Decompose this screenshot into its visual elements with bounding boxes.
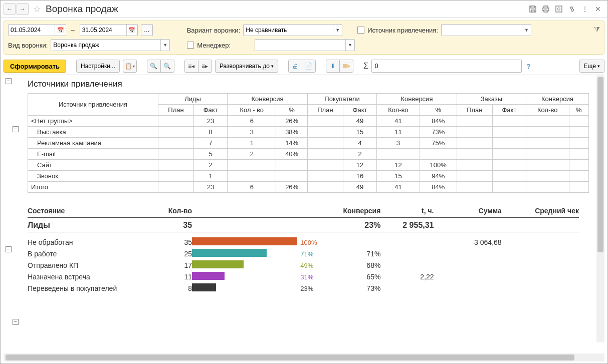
funnel-row[interactable]: Отправлено КП1749%68% [28,259,579,271]
preview-button-icon[interactable]: 📄 [302,60,316,73]
table-total-row: Итого23626%494184% [28,182,589,193]
save-icon[interactable] [528,4,538,14]
print-icon[interactable] [541,4,551,14]
send-email-icon[interactable]: ✉▾ [339,60,353,73]
generate-button[interactable]: Сформировать [4,60,66,73]
collapse-icon[interactable]: ≡◂ [184,60,198,73]
preview-icon[interactable] [554,4,564,14]
table-row[interactable]: Рекламная кампания7114%4375% [28,138,589,149]
sources-table: Источник привлечения Лиды Конверсия Поку… [28,93,589,193]
source-label: Источник привлечения: [367,27,438,34]
period-picker-button[interactable]: … [141,24,153,36]
variant-label: Вариант воронки: [187,27,241,34]
funnel-row[interactable]: Переведены в покупателей823%73% [28,282,579,294]
svg-point-1 [558,8,560,10]
filter-panel: ⧩ 📅 – 📅 … Вариант воронки: ▼ Источник пр… [4,21,604,55]
table-row[interactable]: Сайт21212100% [28,160,589,171]
manager-select[interactable]: ▼ [255,39,355,51]
variants-icon[interactable]: 📋▾ [123,60,137,73]
funnel-icon[interactable]: ⧩ [594,25,600,34]
table-row[interactable]: E-mail5240%2 [28,149,589,160]
tree-toggle[interactable]: − [6,246,12,252]
funnel-row[interactable]: В работе2571%71% [28,248,579,259]
more-icon[interactable]: ⋮ [580,4,590,14]
date-dash: – [71,27,75,34]
date-from-input[interactable]: 📅 [8,24,66,36]
tree-toggle[interactable]: − [13,319,19,325]
sigma-icon: Σ [363,62,368,71]
help-link[interactable]: ? [527,63,530,70]
expand-to-button[interactable]: Разворачивать до ▾ [215,60,278,73]
source-checkbox[interactable] [357,27,364,34]
page-title: Воронка продаж [46,4,118,15]
find-next-icon[interactable]: 🔍 [160,60,174,73]
manager-checkbox[interactable] [187,42,194,49]
nav-forward-button[interactable]: → [17,3,29,15]
source-select[interactable]: ▼ [441,24,531,36]
expand-icon[interactable]: ≡▸ [198,60,212,73]
kind-select[interactable]: ▼ [51,39,170,51]
date-to-input[interactable]: 📅 [80,24,138,36]
more-button[interactable]: Еще ▾ [579,60,604,73]
vertical-scrollbar[interactable] [596,75,604,342]
manager-label: Менеджер: [197,42,231,49]
print-button-icon[interactable]: 🖨 [288,60,302,73]
table-row[interactable]: Выставка8338%151173% [28,127,589,138]
funnel-row[interactable]: Назначена встреча1131%65%2,22 [28,271,579,282]
tree-toggle[interactable]: − [6,78,12,84]
sum-input[interactable] [371,60,522,73]
calendar-icon[interactable]: 📅 [126,25,137,36]
link-icon[interactable] [567,4,577,14]
settings-button[interactable]: Настройки... [76,60,120,73]
horizontal-scrollbar[interactable] [4,353,604,361]
funnel-group-row: Лиды 35 23% 2 955,31 [28,218,579,232]
chevron-down-icon[interactable]: ▼ [345,40,354,51]
find-icon[interactable]: 🔍 [147,60,161,73]
nav-back-button[interactable]: ← [4,3,16,15]
chevron-down-icon[interactable]: ▼ [522,25,531,36]
chevron-down-icon[interactable]: ▼ [333,25,342,36]
funnel-row[interactable]: Не обработан35100%3 064,68 [28,236,579,248]
kind-label: Вид воронки: [8,42,48,49]
star-icon[interactable]: ☆ [32,4,43,15]
close-icon[interactable]: ✕ [593,4,603,14]
table-row[interactable]: Звонок1161594% [28,171,589,182]
tree-toggle[interactable]: − [13,126,19,132]
calendar-icon[interactable]: 📅 [55,25,66,36]
table-row[interactable]: <Нет группы>23626%494184% [28,116,589,127]
tree-gutter: − − − − [4,75,22,300]
variant-select[interactable]: ▼ [243,24,342,36]
section-title: Источники привлечения [28,79,604,89]
save-report-icon[interactable]: ⬇ [326,60,340,73]
svg-rect-0 [556,6,562,12]
chevron-down-icon[interactable]: ▼ [160,40,169,51]
